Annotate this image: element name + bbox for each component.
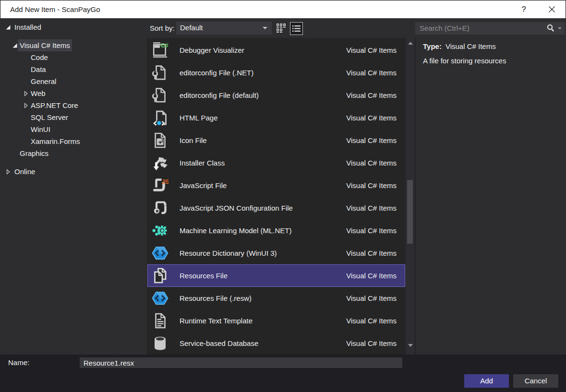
template-row-resources-file[interactable]: Resources FileVisual C# Items: [147, 264, 405, 287]
sort-by-dropdown[interactable]: Default: [176, 22, 272, 35]
template-name: Resource Dictionary (WinUI 3): [180, 242, 277, 264]
template-category: Visual C# Items: [346, 39, 397, 61]
runtime-text-icon: [152, 312, 169, 329]
template-category: Visual C# Items: [346, 242, 397, 264]
template-description: A file for storing resources: [423, 57, 506, 65]
database-icon: [152, 335, 169, 352]
search-options-chevron-icon[interactable]: [558, 27, 562, 29]
tree-collapsed-icon[interactable]: [23, 103, 29, 108]
tree-collapsed-icon[interactable]: [23, 91, 29, 96]
icon-file-icon: [152, 132, 169, 149]
tree-item-winui[interactable]: WinUI: [0, 123, 147, 135]
template-name: Resources File (.resw): [180, 287, 252, 309]
tree-item-label: General: [31, 75, 56, 87]
close-icon: [548, 6, 555, 13]
tree-indent: [12, 151, 18, 156]
template-name: Machine Learning Model (ML.NET): [180, 219, 291, 242]
name-input[interactable]: [80, 357, 402, 368]
tree-item-graphics[interactable]: Graphics: [0, 147, 147, 159]
tree-item-xamarin-forms[interactable]: Xamarin.Forms: [0, 135, 147, 147]
template-row-editorconfig-file-default-[interactable]: editorconfig File (default)Visual C# Ite…: [147, 84, 405, 107]
template-row-html-page[interactable]: HTML PageVisual C# Items: [147, 107, 405, 129]
chevron-down-icon: [263, 27, 267, 29]
tree-item-label: Xamarin.Forms: [31, 135, 80, 147]
tree-item-data[interactable]: Data: [0, 63, 147, 75]
tree-item-online[interactable]: Online: [0, 166, 147, 178]
scroll-down-icon[interactable]: [408, 344, 413, 347]
json-config-icon: [152, 200, 169, 216]
close-button[interactable]: [542, 0, 561, 18]
tree-item-label: Online: [14, 166, 35, 178]
list-view-button[interactable]: [290, 22, 303, 35]
tree-item-visual-c-items[interactable]: Visual C# Items: [0, 39, 147, 51]
search-icon[interactable]: [546, 24, 555, 34]
name-label: Name:: [8, 357, 29, 368]
debugger-visualizer-icon: C#: [152, 42, 169, 59]
template-row-service-based-database[interactable]: Service-based DatabaseVisual C# Items: [147, 332, 405, 355]
template-row-icon-file[interactable]: Icon FileVisual C# Items: [147, 129, 405, 152]
template-category: Visual C# Items: [346, 107, 397, 129]
tree-item-installed[interactable]: Installed: [0, 21, 147, 33]
tree-item-sql-server[interactable]: SQL Server: [0, 111, 147, 123]
cancel-button[interactable]: Cancel: [513, 374, 558, 388]
add-button[interactable]: Add: [464, 374, 509, 388]
medium-icons-view-button[interactable]: [276, 23, 287, 33]
tree-item-general[interactable]: General: [0, 75, 147, 87]
template-category: Visual C# Items: [346, 174, 397, 197]
tree-item-label: Visual C# Items: [18, 39, 72, 51]
template-name: Service-based Database: [180, 332, 258, 355]
template-row-javascript-json-configuration-file[interactable]: JavaScript JSON Configuration FileVisual…: [147, 197, 405, 219]
resources-file-icon: [152, 267, 169, 284]
template-name: Debugger Visualizer: [180, 39, 244, 61]
template-category: Visual C# Items: [346, 61, 397, 84]
template-category: Visual C# Items: [346, 84, 397, 107]
tree-item-code[interactable]: Code: [0, 51, 147, 63]
template-row-runtime-text-template[interactable]: Runtime Text TemplateVisual C# Items: [147, 309, 405, 332]
template-name: JavaScript File: [180, 174, 227, 197]
tree-expanded-icon[interactable]: [5, 24, 11, 30]
dialog-title: Add New Item - ScanPayGo: [10, 0, 100, 18]
scroll-thumb[interactable]: [407, 180, 413, 244]
tree-item-label: Code: [31, 51, 48, 63]
add-new-item-dialog: Add New Item - ScanPayGo ? InstalledVisu…: [0, 0, 566, 392]
svg-text:C#: C#: [161, 42, 169, 49]
tree-indent: [23, 139, 29, 144]
titlebar: Add New Item - ScanPayGo ?: [0, 0, 566, 18]
tree-indent: [23, 55, 29, 60]
list-scrollbar[interactable]: [406, 38, 416, 355]
template-list: C#Debugger VisualizerVisual C# Itemsedit…: [147, 38, 416, 355]
tree-item-web[interactable]: Web: [0, 87, 147, 99]
template-category: Visual C# Items: [346, 129, 397, 152]
help-button[interactable]: ?: [514, 0, 533, 18]
scroll-up-icon[interactable]: [408, 42, 413, 45]
tree-expanded-icon[interactable]: [12, 43, 18, 48]
template-category: Visual C# Items: [346, 197, 397, 219]
winui-hexagon-icon: [152, 290, 169, 307]
search-box[interactable]: Search (Ctrl+E): [415, 22, 565, 35]
template-row-machine-learning-model-ml-net-[interactable]: Machine Learning Model (ML.NET)Visual C#…: [147, 219, 405, 242]
template-row-resource-dictionary-winui-3-[interactable]: Resource Dictionary (WinUI 3)Visual C# I…: [147, 242, 405, 264]
template-name: Runtime Text Template: [180, 309, 253, 332]
tree-item-asp-net-core[interactable]: ASP.NET Core: [0, 99, 147, 111]
template-rows: C#Debugger VisualizerVisual C# Itemsedit…: [147, 39, 405, 355]
svg-text:JS: JS: [162, 178, 169, 185]
installer-class-icon: [152, 154, 169, 171]
dialog-body: InstalledVisual C# ItemsCodeDataGeneralW…: [0, 18, 566, 355]
list-view-icon: [292, 24, 301, 33]
template-row-javascript-file[interactable]: JSJavaScript FileVisual C# Items: [147, 174, 405, 197]
tree-indent: [23, 67, 29, 72]
template-row-debugger-visualizer[interactable]: C#Debugger VisualizerVisual C# Items: [147, 39, 405, 61]
template-row-installer-class[interactable]: Installer ClassVisual C# Items: [147, 152, 405, 174]
template-name: Installer Class: [180, 152, 225, 174]
tree-indent: [23, 79, 29, 84]
template-name: Resources File: [180, 265, 228, 286]
category-tree: InstalledVisual C# ItemsCodeDataGeneralW…: [0, 21, 147, 178]
template-category: Visual C# Items: [346, 332, 397, 355]
tree-collapsed-icon[interactable]: [5, 169, 11, 175]
tree-item-label: Web: [31, 87, 46, 99]
template-category: Visual C# Items: [346, 287, 397, 309]
template-row-resources-file-resw-[interactable]: Resources File (.resw)Visual C# Items: [147, 287, 405, 309]
tree-item-label: Installed: [14, 21, 41, 33]
tree-indent: [23, 127, 29, 132]
template-row-editorconfig-file-net-[interactable]: editorconfig File (.NET)Visual C# Items: [147, 61, 405, 84]
